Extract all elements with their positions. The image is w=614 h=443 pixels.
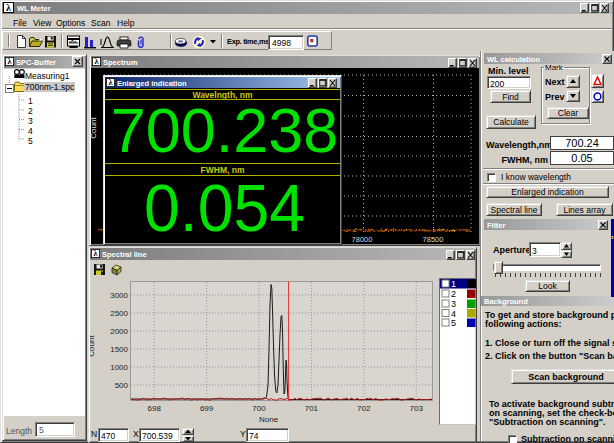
svg-text:3: 3: [451, 299, 456, 309]
svg-text:78500: 78500: [423, 235, 444, 244]
svg-text:1: 1: [451, 279, 456, 289]
svg-text:Count: Count: [91, 117, 98, 139]
svg-text:λ: λ: [6, 2, 11, 13]
svg-text:78000: 78000: [352, 235, 373, 244]
svg-text:4: 4: [451, 309, 456, 319]
svg-text:5: 5: [451, 318, 456, 328]
svg-text:2: 2: [451, 289, 456, 299]
